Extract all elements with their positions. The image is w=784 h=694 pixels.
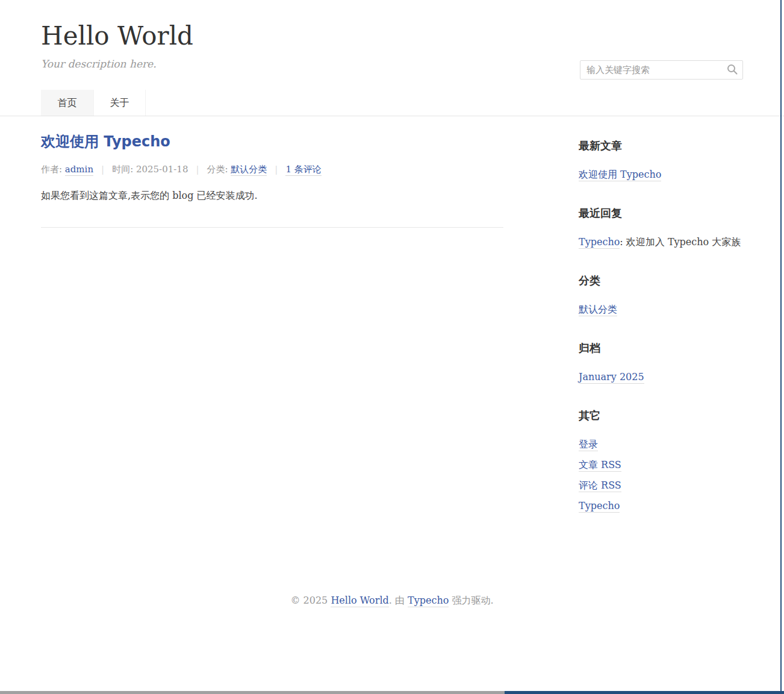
post-date: 时间: 2025-01-18 xyxy=(112,164,188,175)
archive-link[interactable]: January 2025 xyxy=(579,371,644,384)
footer-mid-text: . 由 xyxy=(389,595,408,606)
taskbar-edge xyxy=(0,691,784,694)
post-title: 欢迎使用 Typecho xyxy=(41,132,503,151)
search-input[interactable] xyxy=(580,61,742,79)
widget-misc: 其它 登录 文章 RSS 评论 RSS Typecho xyxy=(579,408,743,516)
recent-post-link[interactable]: 欢迎使用 Typecho xyxy=(579,169,661,181)
footer-site-link[interactable]: Hello World xyxy=(331,595,388,607)
category-link[interactable]: 默认分类 xyxy=(579,304,617,316)
post: 欢迎使用 Typecho 作者: admin|时间: 2025-01-18|分类… xyxy=(41,132,503,228)
page-title: Hello World xyxy=(41,22,743,51)
widget-title: 最近回复 xyxy=(579,205,743,221)
meta-separator: | xyxy=(101,164,104,175)
typecho-link[interactable]: Typecho xyxy=(579,500,620,513)
nav-item-about[interactable]: 关于 xyxy=(93,90,146,116)
list-item: Typecho: 欢迎加入 Typecho 大家族 xyxy=(579,232,743,252)
site-footer: © 2025 Hello World. 由 Typecho 强力驱动. xyxy=(0,594,784,607)
window-edge xyxy=(780,0,782,694)
widget-title: 分类 xyxy=(579,273,743,289)
copyright-text: © 2025 xyxy=(290,595,331,606)
login-link[interactable]: 登录 xyxy=(579,439,598,451)
main-nav: 首页 关于 xyxy=(41,90,743,116)
post-divider xyxy=(41,227,503,228)
list-item: January 2025 xyxy=(579,367,743,387)
widget-title: 归档 xyxy=(579,340,743,356)
post-title-link[interactable]: 欢迎使用 Typecho xyxy=(41,133,170,150)
footer-suffix-text: 强力驱动. xyxy=(449,595,493,606)
search-form xyxy=(580,60,743,80)
taskbar-edge-blue xyxy=(505,691,784,694)
category-label: 分类: xyxy=(207,164,231,175)
posts-rss-link[interactable]: 文章 RSS xyxy=(579,459,621,472)
search-button[interactable] xyxy=(724,63,740,77)
widget-archives: 归档 January 2025 xyxy=(579,340,743,387)
widget-recent-comments: 最近回复 Typecho: 欢迎加入 Typecho 大家族 xyxy=(579,205,743,252)
widget-title: 最新文章 xyxy=(579,138,743,154)
list-item: Typecho xyxy=(579,496,743,516)
comments-link[interactable]: 1 条评论 xyxy=(285,164,321,176)
comment-excerpt: : 欢迎加入 Typecho 大家族 xyxy=(620,236,741,248)
taskbar-edge-gray xyxy=(0,691,505,694)
list-item: 默认分类 xyxy=(579,299,743,320)
list-item: 评论 RSS xyxy=(579,475,743,496)
meta-separator: | xyxy=(275,164,278,175)
comments-rss-link[interactable]: 评论 RSS xyxy=(579,480,621,492)
nav-item-home[interactable]: 首页 xyxy=(41,90,93,116)
category-link[interactable]: 默认分类 xyxy=(231,164,267,176)
site-title-link[interactable]: Hello World xyxy=(41,21,193,51)
widget-categories: 分类 默认分类 xyxy=(579,273,743,320)
post-meta: 作者: admin|时间: 2025-01-18|分类: 默认分类|1 条评论 xyxy=(41,163,503,175)
meta-separator: | xyxy=(196,164,199,175)
author-label: 作者: xyxy=(41,164,65,175)
post-body: 如果您看到这篇文章,表示您的 blog 已经安装成功. xyxy=(41,189,503,203)
comment-author-link[interactable]: Typecho xyxy=(579,236,620,249)
list-item: 登录 xyxy=(579,434,743,455)
list-item: 欢迎使用 Typecho xyxy=(579,164,743,185)
widget-title: 其它 xyxy=(579,408,743,424)
widget-recent-posts: 最新文章 欢迎使用 Typecho xyxy=(579,138,743,185)
footer-engine-link[interactable]: Typecho xyxy=(408,595,449,607)
sidebar: 最新文章 欢迎使用 Typecho 最近回复 Typecho: 欢迎加入 Typ… xyxy=(579,116,743,537)
list-item: 文章 RSS xyxy=(579,455,743,475)
author-link[interactable]: admin xyxy=(65,164,93,176)
site-header: Hello World Your description here. 首页 关于 xyxy=(0,22,784,116)
search-icon xyxy=(726,68,738,77)
post-list: 欢迎使用 Typecho 作者: admin|时间: 2025-01-18|分类… xyxy=(41,116,503,537)
